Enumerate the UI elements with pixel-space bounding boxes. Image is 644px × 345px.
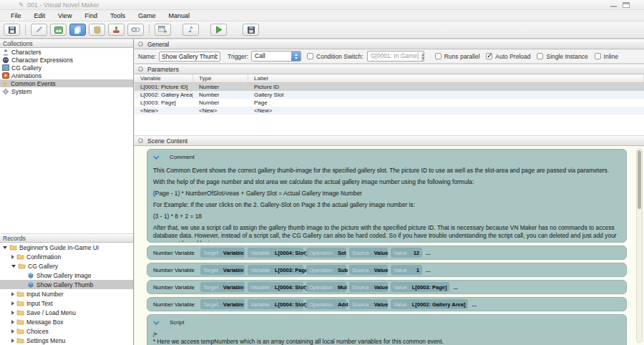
collection-item-characters[interactable]: Characters <box>0 48 133 56</box>
condition-switch-checkbox[interactable] <box>307 53 313 59</box>
runs-parallel-checkbox[interactable] <box>435 53 441 59</box>
folder-icon <box>16 309 24 316</box>
column-type[interactable]: Type <box>193 74 248 82</box>
scene-scrollbar[interactable] <box>636 148 643 343</box>
menu-find[interactable]: Find <box>78 10 104 21</box>
number-variable-command[interactable]: Number Variable TargetVariable VariableL… <box>147 246 627 260</box>
chevron-down-icon[interactable] <box>153 155 160 160</box>
maximize-button[interactable] <box>623 2 630 8</box>
collapse-orb-icon[interactable] <box>138 67 143 72</box>
number-variable-command[interactable]: Number Variable TargetVariable VariableL… <box>147 280 627 294</box>
toolbar-separator <box>149 24 150 35</box>
collection-item-common-events[interactable]: ★ Common Events <box>0 79 133 87</box>
chevron-right-icon[interactable] <box>11 292 14 296</box>
database-icon <box>94 26 101 34</box>
chevron-down-icon[interactable] <box>3 246 7 249</box>
collapse-orb-icon[interactable] <box>138 138 143 143</box>
spinner-arrows-icon[interactable] <box>291 52 301 61</box>
menu-game[interactable]: Game <box>132 10 162 21</box>
collapse-orb-icon[interactable] <box>138 42 143 47</box>
more-button[interactable]: ... <box>453 284 458 291</box>
tree-item-root[interactable]: Beginner's Guide In-Game UI <box>0 243 133 252</box>
parameter-row[interactable]: L[0002: Gallery Area] Number Gallery Slo… <box>135 91 644 99</box>
comment-line: With the help of the page number and slo… <box>153 178 620 186</box>
more-button[interactable]: ... <box>426 267 431 273</box>
tree-item-settings-menu[interactable]: Settings Menu <box>0 336 133 345</box>
chevron-down-icon[interactable] <box>153 321 160 325</box>
resources-tool-button[interactable] <box>108 24 125 36</box>
number-variable-command[interactable]: Number Variable TargetVariable VariableL… <box>147 263 627 277</box>
menu-edit[interactable]: Edit <box>28 10 52 21</box>
folder-icon <box>16 328 24 334</box>
menu-tools[interactable]: Tools <box>104 10 132 21</box>
floppy-icon <box>8 26 16 34</box>
scene-content-area: Comment This Common Event shows the corr… <box>135 146 644 345</box>
play-test-button[interactable] <box>210 24 227 36</box>
more-button[interactable]: ... <box>472 301 477 308</box>
folder-icon <box>16 253 24 260</box>
tree-item-show-gallery-image[interactable]: Show Gallery Image <box>0 271 133 280</box>
tree-item-input-number[interactable]: Input Number <box>0 289 133 298</box>
edit-pencil-icon: ✎ <box>19 1 24 9</box>
chevron-right-icon[interactable] <box>11 320 14 324</box>
collection-item-system[interactable]: System <box>0 87 133 95</box>
name-label: Name: <box>138 53 156 60</box>
chevron-right-icon[interactable] <box>11 339 14 343</box>
collections-list: Characters Character Expressions CG Gall… <box>0 48 133 95</box>
chevron-down-icon[interactable] <box>11 265 16 268</box>
column-variable[interactable]: Variable <box>135 74 193 82</box>
star-icon: ★ <box>2 80 9 87</box>
name-input[interactable] <box>159 52 220 62</box>
auto-preload-group: Auto Preload <box>486 53 530 60</box>
tree-item-message-box[interactable]: Message Box <box>0 317 133 326</box>
tree-item-show-gallery-thumb[interactable]: Show Gallery Thumb <box>0 280 133 289</box>
comment-line: For Example: If the user clicks on the 2… <box>153 201 620 209</box>
collection-item-animations[interactable]: Animations <box>0 72 133 79</box>
scrollbar-thumb[interactable] <box>638 150 641 209</box>
trigger-select[interactable]: Call <box>251 51 301 62</box>
parameter-row[interactable]: L[0003: Page] Number Page <box>135 99 644 107</box>
links-tool-button[interactable] <box>127 24 144 36</box>
tree-item-save-load-menu[interactable]: Save / Load Menu <box>0 308 133 317</box>
folder-icon <box>16 319 24 325</box>
tree-item-confirmation[interactable]: Confirmation <box>0 252 133 261</box>
switch-window-button[interactable] <box>155 24 171 36</box>
parameter-row[interactable]: L[0001: Picture ID] Number Picture ID <box>135 83 644 91</box>
folder-icon <box>16 300 24 306</box>
number-variable-command[interactable]: Number Variable TargetVariable VariableL… <box>147 297 627 311</box>
tree-item-choices[interactable]: Choices <box>0 326 133 336</box>
script-title: Script <box>170 319 184 326</box>
collection-item-cg-gallery[interactable]: CG Gallery <box>0 64 133 72</box>
common-events-tool-button[interactable] <box>69 24 86 36</box>
edit-tool-button[interactable] <box>31 24 47 36</box>
gear-icon <box>2 88 9 95</box>
condition-switch-label: Condition Switch: <box>316 53 364 60</box>
single-instance-checkbox[interactable] <box>537 53 543 59</box>
menu-file[interactable]: File <box>4 10 28 21</box>
chevron-right-icon[interactable] <box>11 329 14 334</box>
collections-header: Collections <box>0 39 133 48</box>
comment-command-block[interactable]: Comment This Common Event shows the corr… <box>147 149 627 243</box>
chevron-right-icon[interactable] <box>11 311 14 315</box>
tree-item-input-text[interactable]: Input Text <box>0 298 133 308</box>
tree-item-cg-gallery[interactable]: CG Gallery <box>0 261 133 271</box>
menu-manual[interactable]: Manual <box>162 10 196 21</box>
inline-checkbox[interactable] <box>595 53 601 59</box>
scenes-tool-button[interactable] <box>50 24 67 36</box>
database-tool-button[interactable] <box>89 24 105 36</box>
save-button[interactable] <box>4 24 20 36</box>
music-button[interactable]: ♪ <box>182 24 199 36</box>
chevron-right-icon[interactable] <box>11 301 14 306</box>
face-icon <box>2 57 9 64</box>
script-command-block[interactable]: Script /* * Here we access tempNumbers w… <box>147 314 627 345</box>
chevron-right-icon[interactable] <box>11 255 14 259</box>
export-button[interactable] <box>243 24 259 36</box>
minimize-button[interactable] <box>610 6 617 7</box>
collection-item-character-expressions[interactable]: Character Expressions <box>0 56 133 64</box>
more-button[interactable]: ... <box>426 250 431 256</box>
auto-preload-checkbox[interactable] <box>486 53 492 59</box>
condition-switch-select[interactable]: G[0001: In Game] <box>367 51 424 62</box>
parameter-row-new[interactable]: <New> <New> <New> <box>135 107 644 115</box>
menu-view[interactable]: View <box>52 10 78 21</box>
column-label[interactable]: Label <box>248 74 644 82</box>
